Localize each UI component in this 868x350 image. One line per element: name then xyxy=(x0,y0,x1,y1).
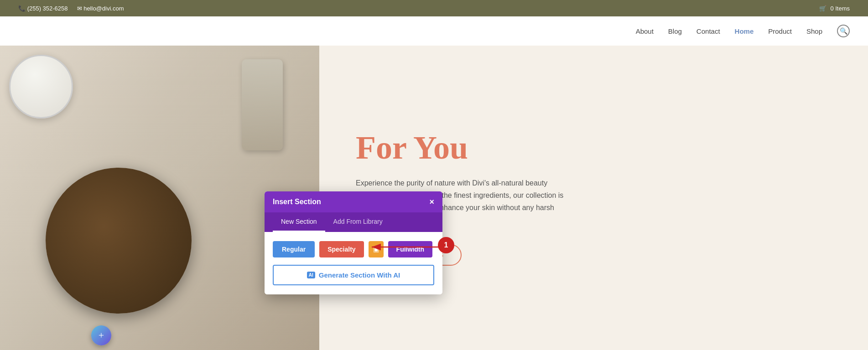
hero-glass-object xyxy=(242,59,283,150)
modal-header: Insert Section × xyxy=(265,191,442,212)
fullwidth-section-button[interactable]: Fullwidth xyxy=(388,241,432,257)
insert-section-modal[interactable]: Insert Section × New Section Add From Li… xyxy=(265,191,442,294)
generate-ai-label: Generate Section With AI xyxy=(319,271,400,279)
add-section-plus-button[interactable]: + xyxy=(91,325,111,345)
specialty-icon-button[interactable]: ▣ xyxy=(369,241,384,257)
nav-bar: About Blog Contact Home Product Shop 🔍 xyxy=(0,16,868,46)
modal-tabs: New Section Add From Library xyxy=(265,212,442,232)
hero-wood-circle xyxy=(46,168,192,314)
hero-title: For You xyxy=(356,130,832,166)
cart-icon[interactable]: 🛒 xyxy=(819,5,826,12)
nav-link-contact[interactable]: Contact xyxy=(696,27,720,35)
cart-count: 0 Items xyxy=(830,5,850,12)
ai-badge: AI xyxy=(307,272,315,278)
generate-ai-button[interactable]: AI Generate Section With AI xyxy=(273,265,434,285)
regular-section-button[interactable]: Regular xyxy=(273,241,315,257)
nav-link-product[interactable]: Product xyxy=(768,27,792,35)
top-bar-right: 🛒 0 Items xyxy=(819,5,850,12)
hero-bowl-top xyxy=(9,55,73,118)
nav-link-about[interactable]: About xyxy=(636,27,654,35)
nav-link-shop[interactable]: Shop xyxy=(806,27,822,35)
tab-add-from-library[interactable]: Add From Library xyxy=(325,212,391,232)
top-bar-left: 📞 (255) 352-6258 ✉ hello@divi.com xyxy=(18,5,124,12)
phone-icon: 📞 xyxy=(18,5,27,12)
top-bar: 📞 (255) 352-6258 ✉ hello@divi.com 🛒 0 It… xyxy=(0,0,868,16)
section-types-row: Regular Specialty ▣ Fullwidth xyxy=(273,241,434,257)
nav-link-home[interactable]: Home xyxy=(735,27,754,35)
phone-number: 📞 (255) 352-6258 xyxy=(18,5,68,12)
nav-link-blog[interactable]: Blog xyxy=(668,27,682,35)
modal-body: Regular Specialty ▣ Fullwidth AI Generat… xyxy=(265,232,442,294)
search-icon: 🔍 xyxy=(840,27,847,35)
nav-search-button[interactable]: 🔍 xyxy=(837,25,850,37)
modal-title: Insert Section xyxy=(273,198,321,206)
tab-new-section[interactable]: New Section xyxy=(273,212,325,232)
modal-close-button[interactable]: × xyxy=(429,198,434,206)
specialty-section-button[interactable]: Specialty xyxy=(319,241,364,257)
email-address: ✉ hello@divi.com xyxy=(77,5,124,12)
hero-section: For You Experience the purity of nature … xyxy=(0,46,868,350)
email-icon: ✉ xyxy=(77,5,84,12)
